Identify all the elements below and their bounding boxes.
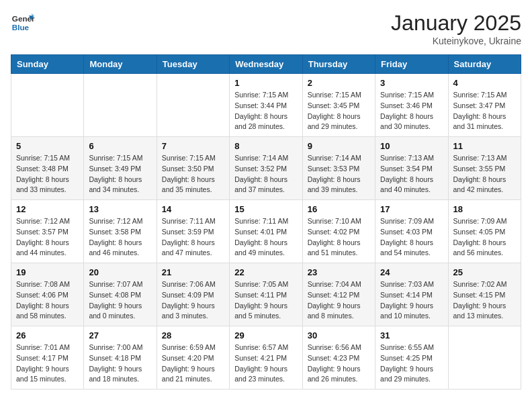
day-number: 28 xyxy=(162,330,224,340)
col-monday: Monday xyxy=(84,55,157,74)
day-info: Sunrise: 7:05 AM Sunset: 4:11 PM Dayligh… xyxy=(234,279,297,322)
day-number: 17 xyxy=(380,204,443,214)
day-info: Sunrise: 7:11 AM Sunset: 3:59 PM Dayligh… xyxy=(162,216,224,259)
table-row: 4Sunrise: 7:15 AM Sunset: 3:47 PM Daylig… xyxy=(448,74,521,137)
calendar-week-row: 12Sunrise: 7:12 AM Sunset: 3:57 PM Dayli… xyxy=(11,200,521,263)
table-row: 3Sunrise: 7:15 AM Sunset: 3:46 PM Daylig… xyxy=(375,74,448,137)
calendar-week-row: 26Sunrise: 7:01 AM Sunset: 4:17 PM Dayli… xyxy=(11,326,521,390)
day-info: Sunrise: 7:15 AM Sunset: 3:44 PM Dayligh… xyxy=(234,90,297,132)
day-number: 2 xyxy=(308,78,370,88)
day-number: 23 xyxy=(308,267,370,277)
day-info: Sunrise: 7:08 AM Sunset: 4:06 PM Dayligh… xyxy=(16,279,79,322)
table-row: 21Sunrise: 7:06 AM Sunset: 4:09 PM Dayli… xyxy=(157,263,229,326)
day-info: Sunrise: 6:59 AM Sunset: 4:20 PM Dayligh… xyxy=(162,342,224,385)
table-row: 9Sunrise: 7:14 AM Sunset: 3:53 PM Daylig… xyxy=(302,137,375,200)
table-row: 1Sunrise: 7:15 AM Sunset: 3:44 PM Daylig… xyxy=(230,74,302,137)
table-row: 31Sunrise: 6:55 AM Sunset: 4:25 PM Dayli… xyxy=(375,326,448,390)
day-info: Sunrise: 7:15 AM Sunset: 3:45 PM Dayligh… xyxy=(308,90,370,132)
day-number: 29 xyxy=(234,330,297,340)
day-info: Sunrise: 7:14 AM Sunset: 3:52 PM Dayligh… xyxy=(234,153,297,195)
day-number: 15 xyxy=(234,204,297,214)
title-block: January 2025 Kuteinykove, Ukraine xyxy=(391,11,521,46)
day-number: 31 xyxy=(380,330,443,340)
day-number: 5 xyxy=(16,141,79,151)
table-row: 15Sunrise: 7:11 AM Sunset: 4:01 PM Dayli… xyxy=(230,200,302,263)
table-row: 11Sunrise: 7:13 AM Sunset: 3:55 PM Dayli… xyxy=(448,137,521,200)
calendar-week-row: 19Sunrise: 7:08 AM Sunset: 4:06 PM Dayli… xyxy=(11,263,521,326)
day-info: Sunrise: 7:15 AM Sunset: 3:47 PM Dayligh… xyxy=(453,90,516,132)
table-row xyxy=(84,74,157,137)
day-number: 11 xyxy=(453,141,516,151)
day-number: 30 xyxy=(308,330,370,340)
header: General Blue January 2025 Kuteinykove, U… xyxy=(11,11,521,46)
col-sunday: Sunday xyxy=(11,55,84,74)
day-number: 7 xyxy=(162,141,224,151)
table-row: 16Sunrise: 7:10 AM Sunset: 4:02 PM Dayli… xyxy=(302,200,375,263)
day-number: 22 xyxy=(234,267,297,277)
table-row: 23Sunrise: 7:04 AM Sunset: 4:12 PM Dayli… xyxy=(302,263,375,326)
logo: General Blue xyxy=(11,11,35,35)
day-number: 10 xyxy=(380,141,443,151)
day-number: 12 xyxy=(16,204,79,214)
month-title: January 2025 xyxy=(391,11,521,36)
table-row xyxy=(157,74,229,137)
day-info: Sunrise: 7:15 AM Sunset: 3:46 PM Dayligh… xyxy=(380,90,443,132)
day-number: 3 xyxy=(380,78,443,88)
day-number: 8 xyxy=(234,141,297,151)
day-info: Sunrise: 6:55 AM Sunset: 4:25 PM Dayligh… xyxy=(380,342,443,385)
col-saturday: Saturday xyxy=(448,55,521,74)
calendar-week-row: 5Sunrise: 7:15 AM Sunset: 3:48 PM Daylig… xyxy=(11,137,521,200)
day-info: Sunrise: 7:09 AM Sunset: 4:03 PM Dayligh… xyxy=(380,216,443,259)
day-number: 21 xyxy=(162,267,224,277)
day-number: 26 xyxy=(16,330,79,340)
day-info: Sunrise: 7:04 AM Sunset: 4:12 PM Dayligh… xyxy=(308,279,370,322)
table-row: 25Sunrise: 7:02 AM Sunset: 4:15 PM Dayli… xyxy=(448,263,521,326)
table-row: 14Sunrise: 7:11 AM Sunset: 3:59 PM Dayli… xyxy=(157,200,229,263)
day-info: Sunrise: 7:11 AM Sunset: 4:01 PM Dayligh… xyxy=(234,216,297,259)
location: Kuteinykove, Ukraine xyxy=(391,36,521,46)
day-info: Sunrise: 7:00 AM Sunset: 4:18 PM Dayligh… xyxy=(89,342,151,385)
day-info: Sunrise: 7:06 AM Sunset: 4:09 PM Dayligh… xyxy=(162,279,224,322)
day-number: 9 xyxy=(308,141,370,151)
table-row: 10Sunrise: 7:13 AM Sunset: 3:54 PM Dayli… xyxy=(375,137,448,200)
day-number: 13 xyxy=(89,204,151,214)
col-thursday: Thursday xyxy=(302,55,375,74)
table-row: 6Sunrise: 7:15 AM Sunset: 3:49 PM Daylig… xyxy=(84,137,157,200)
table-row: 24Sunrise: 7:03 AM Sunset: 4:14 PM Dayli… xyxy=(375,263,448,326)
table-row: 20Sunrise: 7:07 AM Sunset: 4:08 PM Dayli… xyxy=(84,263,157,326)
calendar-table: Sunday Monday Tuesday Wednesday Thursday… xyxy=(11,54,521,390)
table-row xyxy=(11,74,84,137)
table-row: 8Sunrise: 7:14 AM Sunset: 3:52 PM Daylig… xyxy=(230,137,302,200)
table-row: 7Sunrise: 7:15 AM Sunset: 3:50 PM Daylig… xyxy=(157,137,229,200)
day-info: Sunrise: 7:10 AM Sunset: 4:02 PM Dayligh… xyxy=(308,216,370,259)
col-wednesday: Wednesday xyxy=(230,55,302,74)
page: General Blue January 2025 Kuteinykove, U… xyxy=(0,0,532,400)
day-info: Sunrise: 6:56 AM Sunset: 4:23 PM Dayligh… xyxy=(308,342,370,385)
day-info: Sunrise: 7:03 AM Sunset: 4:14 PM Dayligh… xyxy=(380,279,443,322)
logo-icon: General Blue xyxy=(11,11,35,35)
day-info: Sunrise: 7:15 AM Sunset: 3:48 PM Dayligh… xyxy=(16,153,79,195)
day-number: 27 xyxy=(89,330,151,340)
day-info: Sunrise: 7:13 AM Sunset: 3:55 PM Dayligh… xyxy=(453,153,516,195)
day-info: Sunrise: 7:15 AM Sunset: 3:49 PM Dayligh… xyxy=(89,153,151,195)
day-number: 24 xyxy=(380,267,443,277)
col-tuesday: Tuesday xyxy=(157,55,229,74)
table-row: 12Sunrise: 7:12 AM Sunset: 3:57 PM Dayli… xyxy=(11,200,84,263)
day-number: 19 xyxy=(16,267,79,277)
day-info: Sunrise: 7:09 AM Sunset: 4:05 PM Dayligh… xyxy=(453,216,516,259)
day-number: 1 xyxy=(234,78,297,88)
table-row: 26Sunrise: 7:01 AM Sunset: 4:17 PM Dayli… xyxy=(11,326,84,390)
table-row: 22Sunrise: 7:05 AM Sunset: 4:11 PM Dayli… xyxy=(230,263,302,326)
day-info: Sunrise: 7:12 AM Sunset: 3:58 PM Dayligh… xyxy=(89,216,151,259)
day-number: 4 xyxy=(453,78,516,88)
day-info: Sunrise: 7:15 AM Sunset: 3:50 PM Dayligh… xyxy=(162,153,224,195)
day-number: 18 xyxy=(453,204,516,214)
table-row: 5Sunrise: 7:15 AM Sunset: 3:48 PM Daylig… xyxy=(11,137,84,200)
table-row: 30Sunrise: 6:56 AM Sunset: 4:23 PM Dayli… xyxy=(302,326,375,390)
day-number: 25 xyxy=(453,267,516,277)
table-row: 18Sunrise: 7:09 AM Sunset: 4:05 PM Dayli… xyxy=(448,200,521,263)
day-info: Sunrise: 7:14 AM Sunset: 3:53 PM Dayligh… xyxy=(308,153,370,195)
day-number: 16 xyxy=(308,204,370,214)
table-row: 27Sunrise: 7:00 AM Sunset: 4:18 PM Dayli… xyxy=(84,326,157,390)
table-row: 13Sunrise: 7:12 AM Sunset: 3:58 PM Dayli… xyxy=(84,200,157,263)
